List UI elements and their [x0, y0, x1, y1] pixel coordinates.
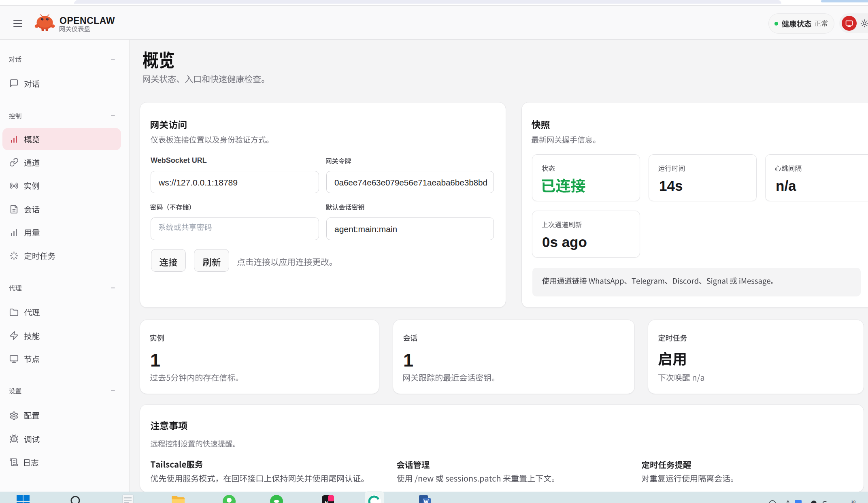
- svg-text:N: N: [325, 500, 328, 503]
- svg-text:10: 10: [851, 499, 855, 503]
